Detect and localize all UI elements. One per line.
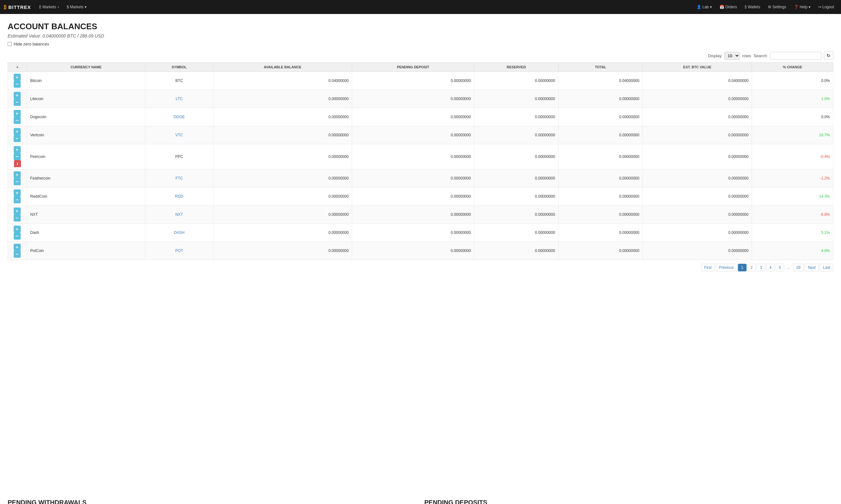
row-4-minus-btn[interactable]: −: [14, 153, 21, 160]
lower-sections: PENDING WITHDRAWALS Display 10 25 50 row…: [0, 492, 841, 504]
row-9-minus-btn[interactable]: −: [14, 251, 21, 258]
usd-markets-menu[interactable]: $ Markets ▾: [64, 3, 90, 11]
wallets-btn[interactable]: ₿ Wallets: [741, 3, 763, 11]
row-0-reserved: 0.00000000: [474, 72, 559, 90]
row-9-actions: +−: [8, 242, 27, 260]
row-4-info-btn[interactable]: i: [14, 160, 21, 167]
row-4-total: 0.00000000: [559, 144, 643, 169]
col-header-available: AVAILABLE BALANCE: [213, 62, 352, 72]
row-0-plus-btn[interactable]: +: [14, 74, 21, 81]
row-7-pct-change: -6.8%: [752, 205, 834, 224]
hide-zero-label: Hide zero balances: [14, 42, 49, 47]
lab-menu[interactable]: 👤 Lab ▾: [693, 3, 715, 11]
row-4-plus-btn[interactable]: +: [14, 146, 21, 153]
pending-deposits-title: PENDING DEPOSITS: [424, 499, 834, 504]
row-8-available: 0.00000000: [213, 224, 352, 242]
row-5-btc_value: 0.00000000: [642, 169, 752, 187]
page-29[interactable]: 29: [793, 264, 804, 271]
table-row: +−ReddCoinRDD0.000000000.000000000.00000…: [8, 187, 834, 205]
row-4-actions: +−i: [8, 144, 27, 169]
col-header-actions: +: [8, 62, 27, 72]
pending-withdrawals-title: PENDING WITHDRAWALS: [7, 499, 417, 504]
row-1-minus-btn[interactable]: −: [14, 99, 21, 106]
settings-btn[interactable]: ⚙ Settings: [765, 3, 789, 11]
row-3-symbol[interactable]: VTC: [145, 126, 213, 144]
search-input[interactable]: [770, 52, 821, 60]
row-6-pending: 0.00000000: [352, 187, 474, 205]
row-4-currency-name: Peercoin: [27, 144, 145, 169]
row-5-available: 0.00000000: [213, 169, 352, 187]
col-header-pending: PENDING DEPOSIT: [352, 62, 474, 72]
pending-deposits-section: PENDING DEPOSITS Display 10 25 50 rows S…: [424, 499, 834, 504]
row-1-reserved: 0.00000000: [474, 90, 559, 108]
row-5-minus-btn[interactable]: −: [14, 178, 21, 185]
row-8-minus-btn[interactable]: −: [14, 233, 21, 240]
row-7-currency-name: NXT: [27, 205, 145, 224]
row-6-currency-name: ReddCoin: [27, 187, 145, 205]
page-prev[interactable]: Previous: [716, 264, 737, 271]
page-3[interactable]: 3: [757, 264, 765, 271]
row-7-total: 0.00000000: [559, 205, 643, 224]
row-9-plus-btn[interactable]: +: [14, 244, 21, 251]
row-8-symbol[interactable]: DASH: [145, 224, 213, 242]
page-1[interactable]: 1: [738, 264, 746, 271]
row-8-reserved: 0.00000000: [474, 224, 559, 242]
row-5-reserved: 0.00000000: [474, 169, 559, 187]
row-3-minus-btn[interactable]: −: [14, 135, 21, 142]
row-9-symbol[interactable]: POT: [145, 242, 213, 260]
row-7-symbol[interactable]: NXT: [145, 205, 213, 224]
display-select[interactable]: 10 25 50: [724, 52, 740, 60]
table-row: +−NXTNXT0.000000000.000000000.000000000.…: [8, 205, 834, 224]
table-row: +−DashDASH0.000000000.000000000.00000000…: [8, 224, 834, 242]
nav-right: 👤 Lab ▾ 📅 Orders ₿ Wallets ⚙ Settings ❓ …: [693, 3, 837, 11]
row-0-minus-btn[interactable]: −: [14, 81, 21, 88]
balances-pagination: First Previous 1 2 3 4 5 ... 29 Next Las…: [7, 260, 834, 275]
row-6-symbol[interactable]: RDD: [145, 187, 213, 205]
pending-withdrawals-section: PENDING WITHDRAWALS Display 10 25 50 row…: [7, 499, 417, 504]
row-6-plus-btn[interactable]: +: [14, 190, 21, 196]
row-2-reserved: 0.00000000: [474, 108, 559, 126]
logout-btn[interactable]: ↪ Logout: [815, 3, 837, 11]
row-5-pct-change: -1.2%: [752, 169, 834, 187]
logo-icon: ₿: [4, 4, 7, 10]
row-6-minus-btn[interactable]: −: [14, 196, 21, 203]
hide-zero-checkbox[interactable]: [7, 42, 12, 46]
row-2-pct-change: 0.0%: [752, 108, 834, 126]
btc-markets-menu[interactable]: ₿ Markets ▾: [36, 3, 62, 11]
page-5[interactable]: 5: [776, 264, 784, 271]
row-1-plus-btn[interactable]: +: [14, 92, 21, 99]
orders-btn[interactable]: 📅 Orders: [716, 3, 740, 11]
row-2-plus-btn[interactable]: +: [14, 110, 21, 117]
table-row: +−DogecoinDOGE0.000000000.000000000.0000…: [8, 108, 834, 126]
row-1-total: 0.00000000: [559, 90, 643, 108]
row-1-actions: +−: [8, 90, 27, 108]
row-0-pct-change: 0.0%: [752, 72, 834, 90]
row-2-total: 0.00000000: [559, 108, 643, 126]
row-1-currency-name: Litecoin: [27, 90, 145, 108]
page-first[interactable]: First: [701, 264, 715, 271]
row-5-symbol[interactable]: FTC: [145, 169, 213, 187]
row-7-minus-btn[interactable]: −: [14, 215, 21, 221]
page-4[interactable]: 4: [766, 264, 775, 271]
row-2-minus-btn[interactable]: −: [14, 117, 21, 124]
row-0-btc_value: 0.04000000: [642, 72, 752, 90]
page-2[interactable]: 2: [748, 264, 756, 271]
page-last[interactable]: Last: [820, 264, 834, 271]
row-2-symbol[interactable]: DOGE: [145, 108, 213, 126]
page-next[interactable]: Next: [805, 264, 819, 271]
row-9-pct-change: 4.8%: [752, 242, 834, 260]
row-2-btc_value: 0.00000000: [642, 108, 752, 126]
estimated-value: Estimated Value: 0.04000000 BTC / 288.09…: [7, 33, 834, 38]
row-3-plus-btn[interactable]: +: [14, 128, 21, 135]
refresh-button[interactable]: ↻: [824, 52, 834, 60]
row-5-plus-btn[interactable]: +: [14, 171, 21, 178]
col-header-symbol: SYMBOL: [145, 62, 213, 72]
help-menu[interactable]: ❓ Help ▾: [791, 3, 814, 11]
row-1-symbol[interactable]: LTC: [145, 90, 213, 108]
row-4-pct-change: -0.4%: [752, 144, 834, 169]
row-8-plus-btn[interactable]: +: [14, 226, 21, 233]
col-header-reserved: RESERVED: [474, 62, 559, 72]
row-8-actions: +−: [8, 224, 27, 242]
row-7-plus-btn[interactable]: +: [14, 208, 21, 215]
row-0-pending: 0.00000000: [352, 72, 474, 90]
